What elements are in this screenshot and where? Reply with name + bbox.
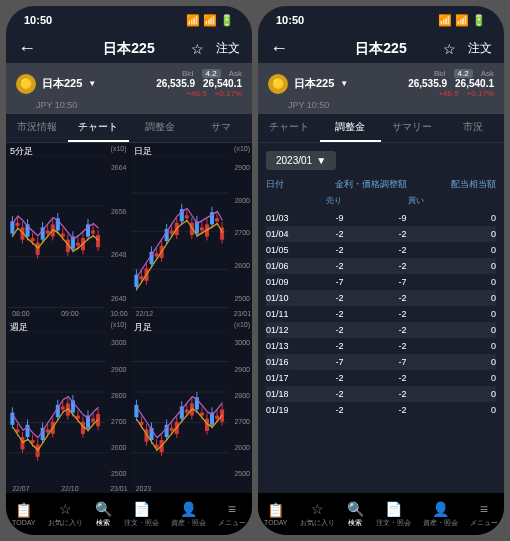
quotes: Bid 4.2 Ask 26,535.9 26,540.1 +46.5 +0.1… [156,69,242,98]
cell-date: 01/10 [266,293,308,303]
nav-label: TODAY [12,519,35,526]
cell-sell: -2 [308,405,371,415]
dropdown-icon[interactable]: ▼ [340,79,348,88]
chart-日足[interactable]: 日足(x10)2500260027002800290022/1223/01 [130,143,253,318]
nav-お気に入り[interactable]: ☆お気に入り [300,501,335,528]
tab-summary[interactable]: サマ [191,114,253,142]
tab-summary[interactable]: サマリー [381,114,443,142]
phone-left: 10:50 📶 📶 🔋 ← 日本225 ☆ 注文 🟡 日本225 ▼ Bid 4… [6,6,252,535]
svg-rect-96 [31,440,34,442]
nav-label: 資産・照会 [171,518,206,528]
cell-buy: -2 [371,245,434,255]
ask-value: 26,540.1 [203,78,242,89]
symbol-name[interactable]: 日本225 [42,76,82,91]
nav-メニュー[interactable]: ≡メニュー [218,501,246,528]
table-row: 01/12-2-20 [266,322,496,338]
nav-検索[interactable]: 🔍検索 [95,501,112,528]
tab-market[interactable]: 市況情報 [6,114,68,142]
y-tick: 2500 [234,295,250,302]
ask-label: Ask [481,69,494,78]
cell-div: 0 [434,405,496,415]
cell-buy: -2 [371,325,434,335]
chart-週足[interactable]: 週足(x10)25002600270028002900300022/0722/1… [6,319,129,494]
chart-title: 日足 [134,145,152,158]
y-tick: 3000 [234,339,250,346]
chart-5分足[interactable]: 5分足(x10)264026482656266408:0009:0010:00 [6,143,129,318]
cell-date: 01/12 [266,325,308,335]
cell-div: 0 [434,309,496,319]
nav-icon: ≡ [228,501,236,517]
order-button[interactable]: 注文 [216,40,240,57]
table-row: 01/04-2-20 [266,226,496,242]
cell-div: 0 [434,373,496,383]
nav-注文・照会[interactable]: 📄注文・照会 [376,501,411,528]
x-tick: 22/12 [136,310,154,317]
nav-検索[interactable]: 🔍検索 [347,501,364,528]
ask-label: Ask [229,69,242,78]
dropdown-icon[interactable]: ▼ [88,79,96,88]
y-tick: 2900 [111,366,127,373]
svg-rect-150 [185,410,188,412]
svg-rect-7 [16,224,19,226]
status-time: 10:50 [24,14,52,26]
favorite-icon[interactable]: ☆ [191,41,204,57]
hdr-interest: 金利・価格調整額 [312,178,430,191]
nav-TODAY[interactable]: 📋TODAY [264,502,287,526]
cell-date: 01/09 [266,277,308,287]
cell-sell: -7 [308,357,371,367]
tab-adjust[interactable]: 調整金 [129,114,191,142]
tab-adjust[interactable]: 調整金 [320,114,382,142]
svg-rect-120 [92,419,95,421]
cell-buy: -7 [371,357,434,367]
y-tick: 2500 [111,470,127,477]
nav-TODAY[interactable]: 📋TODAY [12,502,35,526]
spread-badge: 4.2 [454,69,473,78]
date-selector[interactable]: 2023/01▼ [266,151,336,170]
nav-icon: ☆ [59,501,72,517]
cell-sell: -2 [308,389,371,399]
table-row: 01/13-2-20 [266,338,496,354]
x-tick: 23/01 [110,485,128,492]
chart-title: 5分足 [10,145,33,158]
table-row: 01/18-2-20 [266,386,496,402]
tab-chart[interactable]: チャート [68,114,130,142]
y-tick: 2900 [234,164,250,171]
cell-buy: -2 [371,405,434,415]
nav-お気に入り[interactable]: ☆お気に入り [48,501,83,528]
svg-rect-66 [185,216,188,218]
symbol-name[interactable]: 日本225 [294,76,334,91]
status-bar: 10:50 📶 📶 🔋 [6,6,252,34]
favorite-icon[interactable]: ☆ [443,41,456,57]
bid-label: Bid [182,69,194,78]
svg-rect-25 [61,234,64,236]
y-tick: 2800 [111,392,127,399]
nav-icon: 📋 [267,502,284,518]
nav-資産・照会[interactable]: 👤資産・照会 [423,501,458,528]
cell-buy: -2 [371,261,434,271]
change-pct: +0.17% [467,89,494,98]
quote-panel: 🟡 日本225 ▼ Bid 4.2 Ask 26,535.9 26,540.1 … [6,63,252,104]
tab-market[interactable]: 市況 [443,114,505,142]
back-icon[interactable]: ← [18,38,36,59]
back-icon[interactable]: ← [270,38,288,59]
chart-multiplier: (x10) [234,321,250,328]
nav-資産・照会[interactable]: 👤資産・照会 [171,501,206,528]
cell-buy: -2 [371,373,434,383]
cell-div: 0 [434,389,496,399]
y-tick: 2500 [234,470,250,477]
nav-メニュー[interactable]: ≡メニュー [470,501,498,528]
cell-sell: -7 [308,277,371,287]
bid-label: Bid [434,69,446,78]
cell-date: 01/13 [266,341,308,351]
nav-label: メニュー [470,518,498,528]
svg-rect-31 [76,243,79,245]
nav-label: 注文・照会 [376,518,411,528]
cell-date: 01/11 [266,309,308,319]
order-button[interactable]: 注文 [468,40,492,57]
tab-chart[interactable]: チャート [258,114,320,142]
nav-label: TODAY [264,519,287,526]
nav-注文・照会[interactable]: 📄注文・照会 [124,501,159,528]
chart-月足[interactable]: 月足(x10)2500260027002800290030002023 [130,319,253,494]
charts-grid: 5分足(x10)264026482656266408:0009:0010:00日… [6,143,252,493]
cell-sell: -2 [308,341,371,351]
